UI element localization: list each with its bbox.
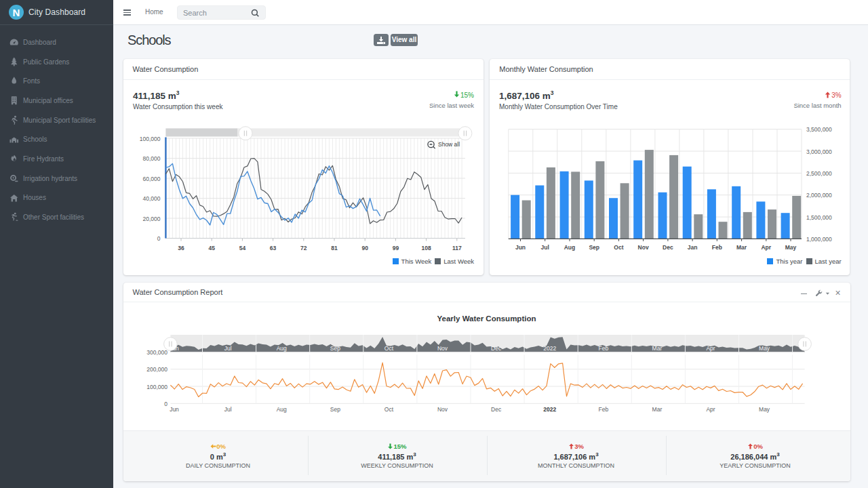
svg-text:3,000,000: 3,000,000 bbox=[806, 148, 832, 155]
svg-text:Feb: Feb bbox=[598, 406, 608, 413]
svg-text:Apr: Apr bbox=[706, 345, 715, 352]
svg-text:80,000: 80,000 bbox=[143, 155, 161, 162]
svg-text:0: 0 bbox=[157, 235, 161, 242]
svg-text:40,000: 40,000 bbox=[143, 195, 161, 202]
svg-text:81: 81 bbox=[331, 245, 338, 251]
svg-text:Mar: Mar bbox=[736, 244, 747, 251]
svg-text:Jun: Jun bbox=[170, 406, 179, 413]
svg-text:90: 90 bbox=[361, 245, 368, 251]
svg-text:Jan: Jan bbox=[688, 244, 698, 251]
svg-text:200,000: 200,000 bbox=[146, 366, 167, 373]
svg-text:Sep: Sep bbox=[330, 345, 340, 352]
svg-text:Show all: Show all bbox=[438, 141, 460, 148]
svg-text:20,000: 20,000 bbox=[143, 216, 161, 222]
svg-text:Jul: Jul bbox=[541, 244, 549, 251]
svg-text:Oct: Oct bbox=[614, 244, 623, 251]
svg-text:Mar: Mar bbox=[652, 406, 663, 413]
svg-text:Nov: Nov bbox=[437, 406, 448, 413]
svg-text:May: May bbox=[759, 406, 770, 413]
svg-text:Nov: Nov bbox=[437, 345, 448, 352]
svg-text:Aug: Aug bbox=[277, 406, 287, 413]
svg-text:Jun: Jun bbox=[515, 244, 526, 251]
svg-text:Aug: Aug bbox=[277, 345, 287, 352]
svg-text:2,500,000: 2,500,000 bbox=[806, 170, 832, 177]
svg-text:Oct: Oct bbox=[384, 345, 394, 352]
svg-text:0: 0 bbox=[164, 401, 167, 407]
svg-text:3,500,000: 3,500,000 bbox=[806, 126, 832, 133]
svg-text:45: 45 bbox=[208, 245, 215, 251]
svg-text:99: 99 bbox=[393, 245, 399, 251]
svg-text:1,500,000: 1,500,000 bbox=[806, 214, 832, 221]
svg-text:117: 117 bbox=[452, 245, 462, 251]
svg-text:100,000: 100,000 bbox=[146, 384, 167, 390]
svg-text:2,000,000: 2,000,000 bbox=[806, 192, 832, 199]
svg-text:2022: 2022 bbox=[543, 345, 556, 352]
svg-text:May: May bbox=[759, 345, 770, 352]
svg-text:60,000: 60,000 bbox=[143, 176, 161, 182]
svg-text:72: 72 bbox=[300, 245, 307, 251]
svg-text:108: 108 bbox=[422, 245, 431, 251]
svg-text:Nov: Nov bbox=[638, 244, 649, 251]
svg-text:Dec: Dec bbox=[663, 244, 673, 251]
svg-text:Dec: Dec bbox=[491, 406, 502, 413]
svg-text:63: 63 bbox=[270, 245, 277, 251]
svg-text:Mar: Mar bbox=[652, 345, 663, 352]
svg-text:54: 54 bbox=[239, 245, 246, 251]
svg-text:300,000: 300,000 bbox=[146, 349, 167, 356]
svg-text:May: May bbox=[785, 244, 797, 251]
svg-text:Oct: Oct bbox=[384, 406, 394, 413]
svg-text:100,000: 100,000 bbox=[140, 136, 161, 142]
svg-text:Apr: Apr bbox=[706, 406, 715, 413]
svg-text:Apr: Apr bbox=[761, 244, 771, 251]
svg-text:Dec: Dec bbox=[491, 345, 502, 352]
svg-text:Sep: Sep bbox=[330, 406, 340, 413]
svg-text:Aug: Aug bbox=[564, 244, 576, 251]
svg-text:Jul: Jul bbox=[224, 406, 232, 413]
svg-text:1,000,000: 1,000,000 bbox=[806, 236, 832, 243]
svg-text:Feb: Feb bbox=[712, 244, 722, 251]
svg-text:Jul: Jul bbox=[224, 345, 232, 352]
svg-text:Feb: Feb bbox=[598, 345, 608, 352]
svg-text:Sep: Sep bbox=[589, 244, 599, 251]
svg-text:2022: 2022 bbox=[543, 406, 556, 413]
svg-text:36: 36 bbox=[178, 245, 184, 251]
